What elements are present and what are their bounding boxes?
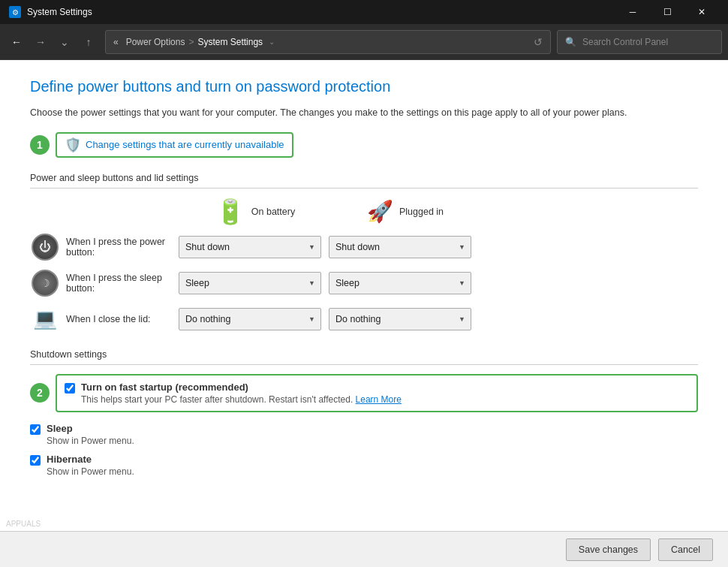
- restore-button[interactable]: ☐: [650, 0, 684, 24]
- change-settings-label: Change settings that are currently unava…: [86, 139, 284, 150]
- shield-icon: 🛡️: [65, 137, 81, 153]
- search-bar[interactable]: 🔍 Search Control Panel: [557, 30, 722, 54]
- power-button-row: ⏻ When I press the power button: Do noth…: [30, 232, 698, 262]
- nav-bar: ← → ⌄ ↑ « Power Options > System Setting…: [0, 24, 728, 60]
- window-title: System Settings: [27, 7, 615, 17]
- fast-startup-row: Turn on fast startup (recommended) This …: [56, 374, 698, 412]
- settings-table: 🔋 On battery 🚀 Plugged in ⏻ When I press…: [30, 198, 698, 334]
- fast-startup-label[interactable]: Turn on fast startup (recommended): [81, 382, 248, 393]
- sleep-label-group: Sleep Show in Power menu.: [47, 423, 698, 446]
- app-icon-glyph: ⚙: [12, 8, 19, 17]
- pluggedin-icon: 🚀: [367, 199, 393, 224]
- window-controls: ─ ☐ ✕: [615, 0, 719, 24]
- sleep-button-icon: ☽: [30, 268, 60, 298]
- back-button[interactable]: ←: [6, 32, 27, 53]
- lid-row: 💻 When I close the lid: Do nothing Sleep…: [30, 304, 698, 334]
- forward-button[interactable]: →: [30, 32, 51, 53]
- hibernate-label[interactable]: Hibernate: [47, 454, 92, 465]
- sleep-battery-select[interactable]: Do nothing Sleep Hibernate Shut down Tur…: [179, 272, 321, 294]
- hibernate-row: Hibernate Show in Power menu.: [30, 454, 698, 477]
- page-title: Define power buttons and turn on passwor…: [30, 78, 698, 95]
- power-plugged-select[interactable]: Do nothing Sleep Hibernate Shut down Tur…: [329, 236, 471, 258]
- power-plugged-select-wrapper[interactable]: Do nothing Sleep Hibernate Shut down Tur…: [329, 236, 471, 258]
- chevron-down-icon[interactable]: ⌄: [269, 38, 275, 46]
- lid-label: When I close the lid:: [66, 314, 179, 324]
- minimize-button[interactable]: ─: [615, 0, 650, 24]
- pluggedin-header-label: Plugged in: [399, 207, 444, 217]
- search-placeholder: Search Control Panel: [582, 37, 668, 47]
- main-content: Define power buttons and turn on passwor…: [0, 60, 728, 567]
- power-button-label: When I press the power button:: [66, 237, 179, 258]
- breadcrumb-item-power[interactable]: Power Options: [126, 37, 185, 47]
- power-battery-select[interactable]: Do nothing Sleep Hibernate Shut down Tur…: [179, 236, 321, 258]
- cancel-button[interactable]: Cancel: [658, 538, 713, 561]
- fast-startup-label-group: Turn on fast startup (recommended) This …: [81, 382, 689, 405]
- sleep-shutdown-row: Sleep Show in Power menu.: [30, 423, 698, 446]
- sleep-button-label: When I press the sleep button:: [66, 273, 179, 294]
- page-description: Choose the power settings that you want …: [30, 106, 645, 120]
- hibernate-checkbox[interactable]: [30, 455, 41, 466]
- sleep-plugged-select-wrapper[interactable]: Do nothing Sleep Hibernate Shut down Tur…: [329, 272, 471, 294]
- sleep-battery-select-wrapper[interactable]: Do nothing Sleep Hibernate Shut down Tur…: [179, 272, 321, 294]
- hibernate-label-group: Hibernate Show in Power menu.: [47, 454, 698, 477]
- bottom-bar: Save changes Cancel: [0, 531, 728, 567]
- sleep-plugged-select[interactable]: Do nothing Sleep Hibernate Shut down Tur…: [329, 272, 471, 294]
- app-icon: ⚙: [9, 6, 21, 18]
- settings-header-row: 🔋 On battery 🚀 Plugged in: [30, 198, 698, 226]
- power-battery-select-wrapper[interactable]: Do nothing Sleep Hibernate Shut down Tur…: [179, 236, 321, 258]
- lid-icon: 💻: [30, 304, 60, 334]
- fast-startup-desc: This helps start your PC faster after sh…: [81, 394, 689, 405]
- lid-battery-select-wrapper[interactable]: Do nothing Sleep Hibernate Shut down Tur…: [179, 308, 321, 330]
- sleep-button-row: ☽ When I press the sleep button: Do noth…: [30, 268, 698, 298]
- recent-button[interactable]: ⌄: [54, 32, 75, 53]
- change-settings-link[interactable]: 🛡️ Change settings that are currently un…: [56, 132, 293, 158]
- pluggedin-header: 🚀 Plugged in: [330, 198, 480, 226]
- search-icon: 🔍: [565, 37, 576, 47]
- power-button-icon: ⏻: [30, 232, 60, 262]
- sleep-label[interactable]: Sleep: [47, 423, 73, 434]
- address-bar[interactable]: « Power Options > System Settings ⌄ ↺: [105, 30, 551, 54]
- battery-header-label: On battery: [251, 207, 295, 217]
- breadcrumb-current: System Settings: [197, 37, 263, 47]
- shutdown-section-label: Shutdown settings: [30, 349, 698, 365]
- change-settings-row: 1 🛡️ Change settings that are currently …: [30, 132, 698, 158]
- lid-battery-select[interactable]: Do nothing Sleep Hibernate Shut down Tur…: [179, 308, 321, 330]
- step-2-badge: 2: [30, 383, 50, 403]
- up-button[interactable]: ↑: [78, 32, 99, 53]
- title-bar: ⚙ System Settings ─ ☐ ✕: [0, 0, 728, 24]
- fast-startup-checkbox[interactable]: [65, 383, 75, 394]
- step-1-badge: 1: [30, 135, 50, 155]
- learn-more-link[interactable]: Learn More: [356, 394, 402, 405]
- lid-plugged-select-wrapper[interactable]: Do nothing Sleep Hibernate Shut down Tur…: [329, 308, 471, 330]
- breadcrumb-sep-1: >: [188, 37, 194, 47]
- appuals-watermark: APPUALS: [6, 520, 41, 528]
- power-sleep-section-label: Power and sleep buttons and lid settings: [30, 173, 698, 188]
- sleep-desc: Show in Power menu.: [47, 436, 698, 446]
- lid-plugged-select[interactable]: Do nothing Sleep Hibernate Shut down Tur…: [329, 308, 471, 330]
- battery-header: 🔋 On battery: [180, 198, 330, 226]
- close-button[interactable]: ✕: [684, 0, 719, 24]
- hibernate-desc: Show in Power menu.: [47, 466, 698, 477]
- sleep-checkbox[interactable]: [30, 424, 41, 435]
- save-button[interactable]: Save changes: [566, 538, 651, 561]
- battery-icon: 🔋: [215, 198, 245, 226]
- shutdown-section: Shutdown settings 2 Turn on fast startup…: [30, 349, 698, 477]
- refresh-icon[interactable]: ↺: [534, 36, 543, 48]
- breadcrumb-root: «: [113, 37, 119, 47]
- lid-close-icon: 💻: [32, 307, 59, 331]
- power-icon: ⏻: [32, 234, 59, 261]
- sleep-icon: ☽: [32, 270, 59, 297]
